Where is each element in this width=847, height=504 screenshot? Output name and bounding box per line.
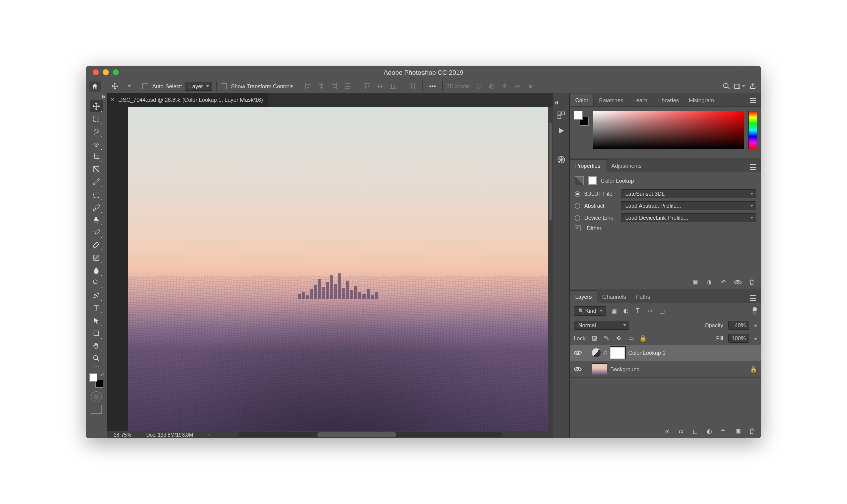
tab-histogram[interactable]: Histogram bbox=[684, 94, 719, 106]
tab-adjustments[interactable]: Adjustments bbox=[606, 160, 647, 172]
share-icon[interactable] bbox=[747, 81, 758, 91]
distribute-icon[interactable] bbox=[342, 81, 353, 91]
filter-toggle[interactable] bbox=[752, 307, 757, 315]
frame-tool[interactable] bbox=[90, 163, 103, 175]
tab-layers[interactable]: Layers bbox=[570, 290, 597, 303]
healing-tool[interactable] bbox=[90, 188, 103, 201]
history-panel-icon[interactable] bbox=[556, 110, 567, 121]
align-vcenter-icon[interactable] bbox=[375, 81, 386, 91]
workspace-switcher[interactable] bbox=[734, 81, 745, 91]
crop-tool[interactable] bbox=[90, 151, 103, 163]
marquee-tool[interactable] bbox=[90, 113, 103, 125]
quick-mask-toggle[interactable] bbox=[91, 391, 102, 402]
tab-libraries[interactable]: Libraries bbox=[652, 94, 684, 106]
zoom-tool[interactable] bbox=[90, 352, 103, 364]
radio-devicelink[interactable] bbox=[575, 215, 580, 221]
auto-select-dropdown[interactable]: Layer bbox=[185, 82, 213, 91]
doc-info-flyout[interactable]: › bbox=[208, 432, 210, 438]
opacity-field[interactable]: 40% bbox=[728, 321, 749, 330]
visibility-toggle[interactable] bbox=[574, 349, 582, 357]
eraser-tool[interactable] bbox=[90, 239, 103, 251]
new-adjustment-icon[interactable]: ◐ bbox=[705, 427, 714, 436]
hscroll-thumb[interactable] bbox=[317, 432, 396, 437]
lock-position-icon[interactable]: ✥ bbox=[614, 334, 623, 343]
quick-select-tool[interactable] bbox=[90, 138, 103, 150]
filter-kind-dropdown[interactable]: 🔍Kind bbox=[574, 306, 606, 316]
auto-select-checkbox[interactable] bbox=[142, 83, 148, 89]
filter-shape-icon[interactable]: ▱ bbox=[645, 306, 654, 316]
close-tab-icon[interactable]: × bbox=[111, 96, 114, 103]
tab-learn[interactable]: Learn bbox=[628, 94, 652, 106]
new-group-icon[interactable]: 🗀 bbox=[719, 427, 728, 436]
eyedropper-tool[interactable] bbox=[90, 176, 103, 188]
tab-properties[interactable]: Properties bbox=[570, 159, 606, 172]
align-hcenter-icon[interactable] bbox=[316, 81, 327, 91]
align-top-icon[interactable] bbox=[361, 81, 373, 91]
blur-tool[interactable] bbox=[90, 264, 103, 276]
dodge-tool[interactable] bbox=[90, 277, 103, 289]
shape-tool[interactable] bbox=[90, 327, 103, 339]
new-layer-icon[interactable]: ▣ bbox=[733, 427, 742, 436]
scrollbar-thumb[interactable] bbox=[549, 123, 552, 220]
link-icon[interactable]: ⎘ bbox=[604, 350, 607, 356]
filter-type-icon[interactable]: T bbox=[633, 306, 642, 316]
filter-adjustment-icon[interactable]: ◐ bbox=[621, 306, 630, 316]
clip-to-layer-icon[interactable]: ▣ bbox=[691, 278, 700, 286]
gradient-tool[interactable] bbox=[90, 251, 103, 264]
brush-tool[interactable] bbox=[90, 201, 103, 213]
layer-row[interactable]: Background 🔒 bbox=[570, 361, 761, 378]
toolbar-edit[interactable] bbox=[91, 366, 102, 369]
history-brush-tool[interactable] bbox=[90, 226, 103, 238]
layer-fx-icon[interactable]: fx bbox=[677, 427, 686, 436]
distribute-v-icon[interactable] bbox=[407, 81, 418, 91]
fg-color-swatch[interactable] bbox=[89, 373, 97, 382]
minimize-window[interactable] bbox=[103, 69, 109, 75]
navigator-panel-icon[interactable] bbox=[556, 154, 567, 165]
pen-tool[interactable] bbox=[90, 289, 103, 301]
transform-controls-checkbox[interactable] bbox=[221, 83, 227, 89]
lock-artboard-icon[interactable]: ▭ bbox=[626, 334, 635, 343]
filter-smart-icon[interactable]: ▢ bbox=[657, 306, 667, 316]
toggle-visibility-icon[interactable] bbox=[733, 278, 742, 286]
radio-3dlut[interactable] bbox=[575, 191, 580, 197]
fill-flyout[interactable] bbox=[752, 335, 757, 341]
layer-row[interactable]: ⎘ Color Lookup 1 bbox=[570, 345, 761, 361]
zoom-window[interactable] bbox=[113, 69, 119, 75]
hue-slider[interactable] bbox=[748, 111, 757, 149]
zoom-level[interactable]: 28.75% bbox=[114, 432, 131, 438]
align-bottom-icon[interactable] bbox=[388, 81, 399, 91]
tool-preset-dropdown[interactable] bbox=[123, 81, 134, 91]
more-align-icon[interactable]: ••• bbox=[427, 81, 438, 91]
dock-expand[interactable] bbox=[553, 101, 569, 106]
fg-bg-swatches[interactable]: ⇄ bbox=[89, 373, 103, 388]
dither-checkbox[interactable] bbox=[575, 225, 581, 231]
add-mask-icon[interactable]: ◻ bbox=[691, 427, 700, 436]
horizontal-scrollbar[interactable]: 28.75% Doc: 193.8M/193.8M › bbox=[107, 431, 553, 438]
mask-icon[interactable] bbox=[588, 176, 597, 185]
visibility-toggle[interactable] bbox=[574, 365, 582, 373]
hand-tool[interactable] bbox=[90, 340, 103, 352]
move-tool-icon[interactable] bbox=[109, 81, 120, 91]
home-button[interactable] bbox=[89, 81, 101, 92]
swap-colors-icon[interactable]: ⇄ bbox=[101, 372, 104, 377]
properties-panel-menu[interactable] bbox=[748, 157, 758, 172]
close-window[interactable] bbox=[93, 69, 99, 75]
vertical-scrollbar[interactable] bbox=[548, 107, 553, 431]
delete-layer-icon[interactable] bbox=[747, 427, 756, 436]
tab-channels[interactable]: Channels bbox=[597, 291, 631, 303]
tab-paths[interactable]: Paths bbox=[631, 291, 655, 303]
dropdown-abstract[interactable]: Load Abstract Profile... bbox=[621, 201, 756, 210]
stamp-tool[interactable] bbox=[90, 214, 103, 226]
lock-all-icon[interactable]: 🔒 bbox=[638, 334, 647, 343]
toolbar-expand[interactable] bbox=[86, 95, 107, 100]
type-tool[interactable] bbox=[90, 302, 103, 314]
fill-field[interactable]: 100% bbox=[728, 334, 749, 343]
color-field[interactable] bbox=[593, 111, 744, 149]
mask-thumb[interactable] bbox=[610, 347, 625, 359]
layer-name[interactable]: Color Lookup 1 bbox=[628, 350, 666, 356]
opacity-flyout[interactable] bbox=[752, 322, 757, 328]
delete-adjustment-icon[interactable] bbox=[747, 278, 756, 286]
filter-pixel-icon[interactable]: ▦ bbox=[609, 306, 618, 316]
lock-pixels-icon[interactable]: ✎ bbox=[602, 334, 611, 343]
layer-name[interactable]: Background bbox=[610, 366, 640, 372]
